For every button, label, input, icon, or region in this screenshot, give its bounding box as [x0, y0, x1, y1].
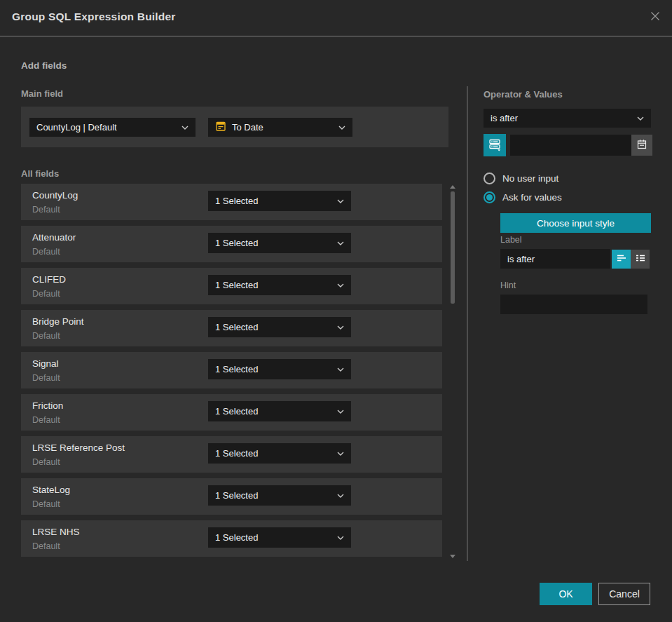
field-subtitle: Default: [32, 457, 60, 467]
chevron-down-icon: [337, 536, 344, 540]
dialog-titlebar: Group SQL Expression Builder: [0, 0, 672, 36]
calendar-icon: [636, 139, 647, 152]
stacked-values-icon: [488, 137, 502, 154]
field-subtitle: Default: [32, 541, 60, 551]
field-subtitle: Default: [32, 247, 60, 257]
chevron-down-icon: [337, 367, 344, 372]
chevron-down-icon: [337, 199, 344, 203]
field-selected-dropdown-label: 1 Selected: [215, 490, 258, 501]
field-row: LRSE NHS Default 1 Selected: [21, 520, 442, 557]
all-fields-list: CountyLog Default 1 Selected Attenuator …: [21, 184, 442, 562]
field-row: CountyLog Default 1 Selected: [21, 184, 442, 220]
date-field-select-value: To Date: [232, 122, 263, 133]
field-subtitle: Default: [32, 205, 60, 215]
field-name: CountyLog: [32, 190, 78, 201]
header-divider: [0, 36, 672, 36]
chevron-down-icon: [637, 116, 644, 121]
chevron-down-icon: [338, 126, 345, 130]
field-selected-dropdown-label: 1 Selected: [215, 448, 258, 459]
chevron-down-icon: [337, 325, 344, 330]
field-name: Bridge Point: [32, 316, 84, 327]
radio-ask-for-values-label: Ask for values: [502, 192, 562, 203]
field-selected-dropdown-label: 1 Selected: [215, 280, 258, 290]
field-selected-dropdown-label: 1 Selected: [215, 364, 258, 374]
chevron-down-icon: [337, 494, 344, 498]
field-name: LRSE Reference Post: [32, 442, 125, 453]
hint-input[interactable]: [500, 295, 647, 314]
label-input[interactable]: [500, 249, 610, 269]
field-subtitle: Default: [32, 289, 60, 299]
panel-divider: [467, 86, 468, 561]
field-selected-dropdown[interactable]: 1 Selected: [208, 359, 351, 379]
field-selected-dropdown-label: 1 Selected: [215, 532, 258, 543]
main-field-label: Main field: [21, 88, 63, 99]
list-style-button[interactable]: [631, 250, 650, 269]
field-row: CLIFED Default 1 Selected: [21, 268, 442, 304]
chevron-down-icon: [337, 452, 344, 456]
list-input-icon: [635, 252, 646, 266]
field-selected-dropdown-label: 1 Selected: [215, 196, 258, 206]
single-line-input-icon: [616, 252, 627, 266]
fields-list-scrollbar: [450, 184, 455, 560]
radio-ask-for-values[interactable]: Ask for values: [484, 191, 562, 203]
scroll-down-arrow[interactable]: [450, 555, 455, 558]
scrollbar-thumb[interactable]: [451, 191, 455, 304]
date-field-select[interactable]: To Date: [208, 118, 352, 137]
field-name: CLIFED: [32, 274, 66, 285]
field-selected-dropdown[interactable]: 1 Selected: [208, 485, 351, 506]
operator-values-panel: Operator & Values is after: [484, 83, 652, 475]
chevron-down-icon: [337, 283, 344, 288]
field-selected-dropdown[interactable]: 1 Selected: [208, 401, 351, 421]
close-button[interactable]: [647, 10, 663, 25]
field-subtitle: Default: [32, 331, 60, 341]
operator-select[interactable]: is after: [484, 109, 651, 128]
field-selected-dropdown[interactable]: 1 Selected: [208, 275, 351, 295]
field-selected-dropdown[interactable]: 1 Selected: [208, 317, 351, 337]
field-name: Signal: [32, 358, 59, 369]
value-date-input[interactable]: [510, 135, 631, 156]
all-fields-label: All fields: [21, 168, 59, 179]
field-name: Attenuator: [32, 232, 76, 243]
field-name: Friction: [32, 400, 63, 411]
field-subtitle: Default: [32, 415, 60, 425]
radio-circle-checked: [484, 191, 495, 203]
choose-input-style-button[interactable]: Choose input style: [500, 213, 651, 233]
field-row: Bridge Point Default 1 Selected: [21, 310, 442, 346]
dialog-title: Group SQL Expression Builder: [12, 11, 176, 23]
field-selected-dropdown[interactable]: 1 Selected: [208, 527, 351, 548]
operator-values-heading: Operator & Values: [484, 89, 563, 100]
stacked-values-button[interactable]: [484, 134, 506, 156]
field-selected-dropdown-label: 1 Selected: [215, 322, 258, 332]
single-line-style-button[interactable]: [612, 250, 631, 269]
field-name: StateLog: [32, 485, 70, 495]
field-selected-dropdown[interactable]: 1 Selected: [208, 191, 351, 211]
field-selected-dropdown[interactable]: 1 Selected: [208, 443, 351, 464]
field-subtitle: Default: [32, 499, 60, 509]
chevron-down-icon: [337, 241, 344, 245]
operator-select-value: is after: [491, 113, 518, 123]
chevron-down-icon: [181, 126, 188, 130]
field-row: Attenuator Default 1 Selected: [21, 226, 442, 262]
label-caption: Label: [500, 235, 522, 245]
radio-circle-unchecked: [484, 173, 495, 184]
hint-caption: Hint: [500, 280, 516, 290]
radio-no-user-input[interactable]: No user input: [484, 173, 558, 184]
field-row: LRSE Reference Post Default 1 Selected: [21, 436, 442, 473]
scroll-up-arrow[interactable]: [450, 185, 455, 189]
radio-no-user-input-label: No user input: [502, 173, 558, 184]
field-row: Signal Default 1 Selected: [21, 352, 442, 388]
chevron-down-icon: [337, 410, 344, 414]
field-row: Friction Default 1 Selected: [21, 394, 442, 431]
calendar-icon: [215, 121, 226, 134]
ok-button[interactable]: OK: [540, 583, 592, 605]
field-selected-dropdown-label: 1 Selected: [215, 238, 258, 248]
close-icon: [648, 9, 662, 26]
cancel-button[interactable]: Cancel: [598, 583, 650, 605]
field-name: LRSE NHS: [32, 527, 80, 537]
field-selected-dropdown[interactable]: 1 Selected: [208, 233, 351, 253]
field-row: StateLog Default 1 Selected: [21, 478, 442, 515]
add-fields-heading: Add fields: [21, 60, 67, 71]
group-sql-expression-builder-dialog: Group SQL Expression Builder Add fields …: [0, 0, 672, 622]
value-calendar-button[interactable]: [631, 135, 652, 156]
main-field-select[interactable]: CountyLog | Default: [29, 118, 196, 137]
